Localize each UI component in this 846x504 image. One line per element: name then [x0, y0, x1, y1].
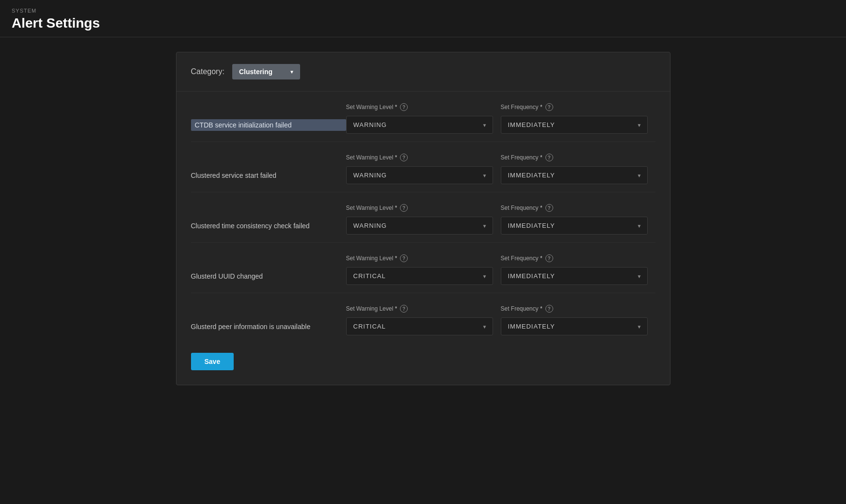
warning-help-icon[interactable]: ? — [400, 305, 408, 313]
frequency-select[interactable]: IMMEDIATELYDAILYWEEKLY — [501, 267, 648, 285]
warning-col-label: Set Warning Level * — [346, 154, 398, 161]
save-button[interactable]: Save — [191, 353, 234, 370]
alert-name: CTDB service initialization failed — [191, 119, 346, 131]
frequency-help-icon[interactable]: ? — [545, 204, 553, 212]
warning-help-icon[interactable]: ? — [400, 154, 408, 161]
warning-level-select[interactable]: WARNINGCRITICALINFO — [346, 217, 493, 235]
frequency-select[interactable]: IMMEDIATELYDAILYWEEKLY — [501, 317, 648, 335]
warning-help-icon[interactable]: ? — [400, 103, 408, 111]
alert-name: Glusterd peer information is unavailable — [191, 323, 346, 331]
frequency-help-icon[interactable]: ? — [545, 254, 553, 262]
warning-col-label: Set Warning Level * — [346, 104, 398, 110]
frequency-col-label: Set Frequency * — [501, 104, 543, 110]
frequency-help-icon[interactable]: ? — [545, 305, 553, 313]
warning-col-label: Set Warning Level * — [346, 255, 398, 262]
frequency-select[interactable]: IMMEDIATELYDAILYWEEKLY — [501, 217, 648, 235]
category-dropdown-wrapper[interactable]: Clustering Storage Network System — [232, 64, 300, 79]
alert-item: Set Warning Level * ? Set Frequency * ? … — [191, 192, 655, 243]
warning-col-label: Set Warning Level * — [346, 305, 398, 312]
category-row: Category: Clustering Storage Network Sys… — [176, 52, 670, 92]
frequency-col-label: Set Frequency * — [501, 205, 543, 211]
system-label: SYSTEM — [12, 8, 834, 14]
warning-help-icon[interactable]: ? — [400, 254, 408, 262]
alert-name: Clustered service start failed — [191, 172, 346, 179]
save-row: Save — [176, 343, 670, 370]
frequency-help-icon[interactable]: ? — [545, 103, 553, 111]
warning-level-select[interactable]: WARNINGCRITICALINFO — [346, 166, 493, 184]
warning-level-select[interactable]: WARNINGCRITICALINFO — [346, 267, 493, 285]
frequency-help-icon[interactable]: ? — [545, 154, 553, 161]
category-label: Category: — [191, 67, 224, 76]
alert-item: Set Warning Level * ? Set Frequency * ? … — [191, 142, 655, 192]
alert-item: Set Warning Level * ? Set Frequency * ? … — [191, 92, 655, 142]
main-content: Category: Clustering Storage Network Sys… — [0, 37, 846, 400]
warning-help-icon[interactable]: ? — [400, 204, 408, 212]
settings-card: Category: Clustering Storage Network Sys… — [176, 52, 670, 385]
frequency-col-label: Set Frequency * — [501, 305, 543, 312]
warning-level-select[interactable]: WARNINGCRITICALINFO — [346, 317, 493, 335]
alert-name: Glusterd UUID changed — [191, 272, 346, 280]
alert-name: Clustered time consistency check failed — [191, 222, 346, 230]
frequency-col-label: Set Frequency * — [501, 255, 543, 262]
alert-item: Set Warning Level * ? Set Frequency * ? … — [191, 243, 655, 293]
alert-item: Set Warning Level * ? Set Frequency * ? … — [191, 293, 655, 343]
frequency-select[interactable]: IMMEDIATELYDAILYWEEKLY — [501, 116, 648, 134]
alerts-container: Set Warning Level * ? Set Frequency * ? … — [176, 92, 670, 343]
warning-level-select[interactable]: WARNINGCRITICALINFO — [346, 116, 493, 134]
frequency-col-label: Set Frequency * — [501, 154, 543, 161]
warning-col-label: Set Warning Level * — [346, 205, 398, 211]
page-title: Alert Settings — [12, 16, 834, 31]
page-header: SYSTEM Alert Settings — [0, 0, 846, 37]
category-select[interactable]: Clustering Storage Network System — [232, 64, 300, 79]
frequency-select[interactable]: IMMEDIATELYDAILYWEEKLY — [501, 166, 648, 184]
